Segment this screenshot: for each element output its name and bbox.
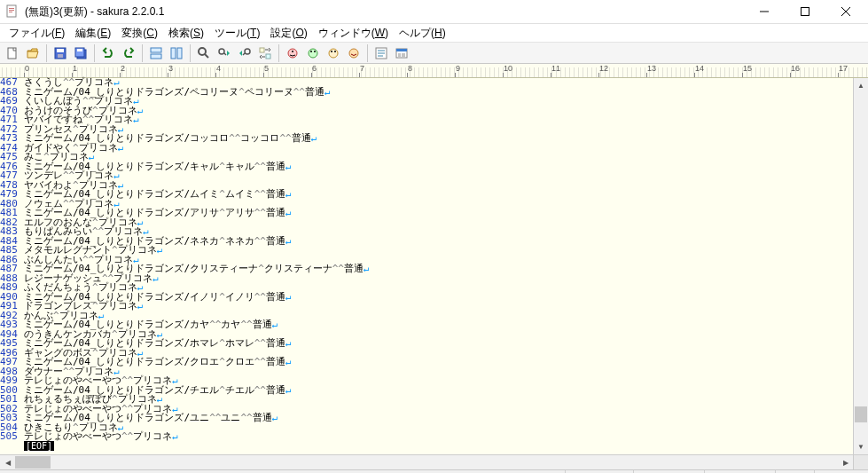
scroll-right-button[interactable]: ▶ [838,455,853,469]
text-area[interactable]: さくうし^^プリコネ↵ミニゲーム/04_しりとりドラゴンズ/ペコリーヌ^ペコリー… [24,78,853,454]
svg-point-24 [310,51,312,52]
text-line[interactable]: レジーナゲッシュ^^プリコネ↵ [24,274,853,284]
new-file-icon[interactable] [3,43,22,63]
find-icon[interactable] [194,43,214,63]
text-line[interactable]: ミニゲーム/04_しりとりドラゴンズ/ホマレ^ホマレ^^普通↵ [24,339,853,349]
svg-point-16 [199,48,206,55]
find-prev-icon[interactable] [235,43,254,63]
scroll-down-button[interactable]: ▼ [854,439,868,454]
ruler-mark: 12 [599,64,608,73]
undo-icon[interactable] [98,43,118,63]
ruler-mark: 7 [360,64,364,73]
ruler-mark: 0 [25,64,29,73]
ruler-mark: 2 [121,64,125,73]
tile-v-icon[interactable] [167,43,186,63]
svg-rect-3 [9,12,12,12]
ruler-mark: 16 [791,64,800,73]
ruler-mark: 1 [73,64,77,73]
toolbar [0,42,868,64]
menu-e[interactable]: 編集(E) [70,24,116,43]
ruler-mark: 6 [312,64,317,73]
text-line[interactable]: ミニゲーム/04_しりとりドラゴンズ/ペコリーヌ^ペコリーヌ^^普通↵ [24,88,853,98]
svg-point-26 [329,49,338,58]
ruler-mark: 10 [504,64,512,73]
svg-rect-32 [396,49,407,51]
mark4-icon[interactable] [344,43,364,63]
svg-rect-19 [260,48,264,52]
scroll-up-button[interactable]: ▲ [854,78,868,93]
menu-bar: ファイル(F)編集(E)変換(C)検索(S)ツール(T)設定(O)ウィンドウ(W… [0,24,868,42]
menu-t[interactable]: ツール(T) [209,24,265,43]
text-line[interactable]: ミニゲーム/04_しりとりドラゴンズ/コッコロ^^コッコロ^^普通↵ [24,134,853,144]
menu-o[interactable]: 設定(O) [265,24,312,43]
status-bar: 506 行 1 桁 CRLF SJIS REC 挿入 [0,469,868,473]
svg-point-25 [314,51,316,52]
mark1-icon[interactable] [283,43,302,63]
text-line[interactable]: ミニゲーム/04_しりとりドラゴンズ/アリサ^アリサ^^普通↵ [24,209,853,218]
redo-icon[interactable] [119,43,138,63]
text-line[interactable]: ミニゲーム/04_しりとりドラゴンズ/キャル^キャル^^普通↵ [24,162,853,172]
svg-point-18 [245,49,250,54]
svg-rect-12 [151,48,161,52]
line-number: 505 [0,432,22,442]
menu-h[interactable]: ヘルプ(H) [394,24,451,43]
horizontal-scroll-thumb[interactable] [15,456,51,469]
open-file-icon[interactable] [23,43,43,63]
ruler: 01234567891011121314151617 [0,64,868,78]
svg-rect-15 [177,48,182,59]
text-line[interactable]: テレじょのやべーやつ^^プリコネ↵ [24,432,853,442]
text-line[interactable]: おうけのそうび^プリコネ↵ [24,106,853,116]
text-line[interactable]: ミニゲーム/04_しりとりドラゴンズ/ユニ^^ユニ^^普通↵ [24,414,853,423]
save-all-icon[interactable] [71,43,90,63]
ruler-mark: 17 [839,64,848,73]
window-title: (無題)3(更新) - sakura 2.2.0.1 [25,4,744,20]
text-line[interactable]: メタモルレグナント^プリコネ↵ [24,246,853,256]
svg-rect-0 [7,5,16,17]
text-line[interactable]: ツンデレ^^プリコネ↵ [24,171,853,181]
vertical-scroll-thumb[interactable] [855,406,867,422]
vertical-scrollbar[interactable]: ▲ ▼ [853,78,868,454]
menu-s[interactable]: 検索(S) [163,24,209,43]
svg-point-23 [309,49,317,58]
svg-rect-14 [171,48,176,59]
line-number-gutter: 4674684694704714724734744754764774784794… [0,78,24,454]
ruler-mark: 3 [168,64,173,73]
scroll-left-button[interactable]: ◀ [0,455,15,469]
mark3-icon[interactable] [324,43,343,63]
horizontal-scrollbar[interactable]: ◀ ▶ [0,454,868,469]
svg-point-22 [292,51,293,52]
svg-rect-20 [266,54,270,59]
menu-w[interactable]: ウィンドウ(W) [313,24,394,43]
close-button[interactable] [825,0,866,23]
ruler-mark: 13 [647,64,656,73]
text-line[interactable]: ヤバイですね^^プリコネ↵ [24,115,853,125]
svg-rect-13 [151,54,161,59]
title-bar: (無題)3(更新) - sakura 2.2.0.1 [0,0,868,24]
svg-rect-4 [802,8,809,16]
text-line[interactable]: くいしんぼう^^プリコネ↵ [24,97,853,106]
tile-h-icon[interactable] [146,43,166,63]
text-line[interactable]: ミニゲーム/04_しりとりドラゴンズ/クロエ^クロエ^^普通↵ [24,358,853,367]
app-icon [5,4,20,19]
text-line[interactable]: ドラゴンブレス^プリコネ↵ [24,302,853,311]
text-line[interactable]: ミニゲーム/04_しりとりドラゴンズ/ムイミ^ムイミ^^普通↵ [24,190,853,200]
text-line[interactable]: ミニゲーム/04_しりとりドラゴンズ/イノリ^イノリ^^普通↵ [24,293,853,303]
save-icon[interactable] [51,43,70,63]
mark2-icon[interactable] [303,43,323,63]
svg-point-29 [349,49,358,58]
ruler-mark: 4 [216,64,221,73]
svg-point-28 [334,51,336,52]
svg-rect-1 [9,8,14,9]
text-line[interactable]: ガイドやく^プリコネ↵ [24,144,853,154]
svg-rect-8 [58,54,63,58]
find-next-icon[interactable] [215,43,234,63]
maximize-button[interactable] [785,0,825,23]
editor[interactable]: 4674684694704714724734744754764774784794… [0,78,868,454]
minimize-button[interactable] [744,0,785,23]
ruler-mark: 8 [408,64,412,73]
menu-c[interactable]: 変換(C) [116,24,163,43]
menu-f[interactable]: ファイル(F) [4,24,70,43]
properties-icon[interactable] [392,43,411,63]
replace-icon[interactable] [255,43,275,63]
outline-icon[interactable] [371,43,391,63]
